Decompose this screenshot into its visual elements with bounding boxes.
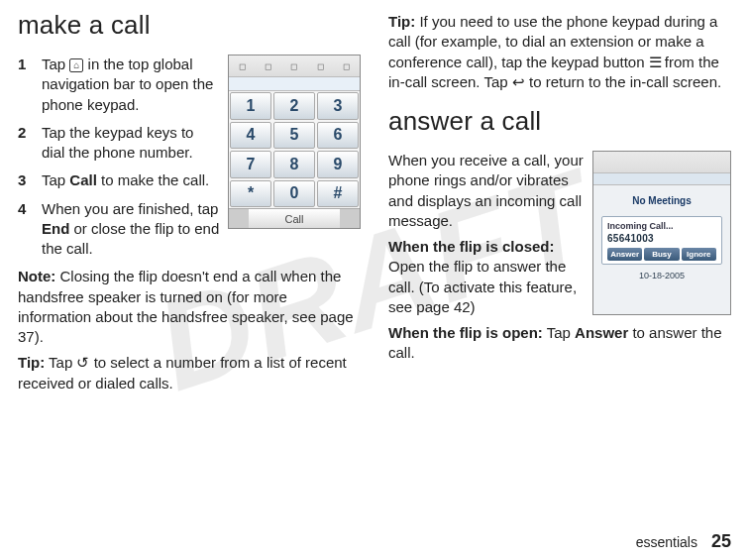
- answer-button: Answer: [607, 248, 642, 261]
- keypad-key: *: [230, 180, 271, 208]
- keypad-key: 0: [273, 180, 315, 208]
- flip-closed-label: When the flip is closed:: [388, 238, 555, 255]
- incoming-date: 10-18-2005: [601, 271, 722, 280]
- answer-label: Answer: [575, 324, 628, 341]
- tip-label: Tip:: [388, 13, 415, 30]
- step-text-part: to make the call.: [97, 171, 209, 188]
- keypad-key: 9: [317, 151, 359, 178]
- make-call-heading: make a call: [18, 10, 361, 41]
- phone-nav-icon: ⌂: [69, 58, 83, 72]
- answer-call-heading: answer a call: [388, 106, 731, 137]
- keypad-key: #: [317, 180, 359, 208]
- keypad-grid-icon: [649, 54, 661, 70]
- keypad-screenshot-topbar: ◻◻◻◻◻: [229, 56, 360, 77]
- incoming-topbar: [593, 152, 730, 173]
- left-column: make a call ◻◻◻◻◻ 1 2 3 4 5 6 7 8 9 * 0 …: [18, 6, 361, 399]
- step-text-part: When you are finished, tap: [42, 200, 218, 217]
- step-text: Tap Call to make the call.: [42, 170, 209, 190]
- step-number: 3: [18, 170, 32, 190]
- no-meetings-label: No Meetings: [601, 195, 722, 206]
- step-3: 3 Tap Call to make the call.: [18, 170, 220, 190]
- step-2: 2 Tap the keypad keys to dial the phone …: [18, 123, 220, 164]
- step-1: 1 Tap ⌂ in the top global navigation bar…: [18, 55, 220, 115]
- note-label: Note:: [18, 268, 55, 284]
- return-icon: [512, 73, 525, 90]
- incoming-call-number: 65641003: [607, 233, 716, 244]
- page-footer: essentials 25: [636, 531, 731, 552]
- step-text: When you are finished, tap End or close …: [42, 199, 220, 260]
- page-body: make a call ◻◻◻◻◻ 1 2 3 4 5 6 7 8 9 * 0 …: [0, 0, 749, 399]
- step-number: 1: [18, 55, 32, 115]
- footer-section-label: essentials: [636, 534, 697, 550]
- incoming-call-card: Incoming Call... 65641003 Answer Busy Ig…: [601, 216, 722, 265]
- step-text-part: Tap: [42, 171, 69, 188]
- keypad-key: 4: [230, 122, 271, 150]
- flip-open-text-part: Tap: [543, 324, 575, 341]
- step-number: 4: [18, 199, 32, 260]
- keypad-tip-paragraph: Tip: If you need to use the phone keypad…: [388, 12, 731, 92]
- incoming-call-screenshot: No Meetings Incoming Call... 65641003 An…: [592, 151, 731, 315]
- note-paragraph: Note: Closing the flip doesn't end a cal…: [18, 267, 361, 347]
- flip-closed-text: Open the flip to answer the call. (To ac…: [388, 258, 577, 315]
- keypad-key: 7: [230, 151, 271, 178]
- step-4: 4 When you are finished, tap End or clos…: [18, 199, 220, 260]
- tip-text-part: to return to the in-call screen.: [525, 73, 721, 90]
- note-text: Closing the flip doesn't end a call when…: [18, 268, 354, 345]
- keypad-key: 3: [317, 92, 359, 120]
- right-column: Tip: If you need to use the phone keypad…: [388, 6, 731, 399]
- tip-label: Tip:: [18, 354, 45, 371]
- incoming-statusbar: [593, 173, 730, 185]
- keypad-screenshot-bottom: Call: [229, 208, 360, 228]
- flip-open-paragraph: When the flip is open: Tap Answer to ans…: [388, 323, 731, 364]
- step-text: Tap the keypad keys to dial the phone nu…: [42, 123, 220, 164]
- page-number: 25: [711, 531, 731, 552]
- incoming-call-buttons: Answer Busy Ignore: [607, 248, 716, 261]
- keypad-key: 2: [273, 92, 315, 120]
- keypad-key: 8: [273, 151, 315, 178]
- end-label: End: [42, 220, 69, 237]
- call-label: Call: [69, 171, 97, 188]
- step-number: 2: [18, 123, 32, 164]
- flip-open-label: When the flip is open:: [388, 324, 543, 341]
- keypad-key: 5: [273, 122, 315, 150]
- redial-icon: [76, 354, 89, 371]
- tip-text-part: Tap: [45, 354, 76, 371]
- incoming-body: No Meetings Incoming Call... 65641003 An…: [593, 185, 730, 314]
- busy-button: Busy: [644, 248, 679, 261]
- keypad-key: 1: [230, 92, 271, 120]
- step-text-part: Tap: [42, 56, 69, 72]
- ignore-button: Ignore: [682, 248, 716, 261]
- keypad-screenshot-status: [229, 77, 360, 91]
- keypad-call-button: Call: [249, 209, 340, 228]
- tip-paragraph: Tip: Tap to select a number from a list …: [18, 353, 361, 393]
- step-text: Tap ⌂ in the top global navigation bar t…: [42, 55, 220, 115]
- keypad-screenshot-keys: 1 2 3 4 5 6 7 8 9 * 0 #: [229, 91, 360, 208]
- keypad-screenshot: ◻◻◻◻◻ 1 2 3 4 5 6 7 8 9 * 0 # Call: [228, 55, 361, 229]
- incoming-call-title: Incoming Call...: [607, 221, 716, 231]
- keypad-key: 6: [317, 122, 359, 150]
